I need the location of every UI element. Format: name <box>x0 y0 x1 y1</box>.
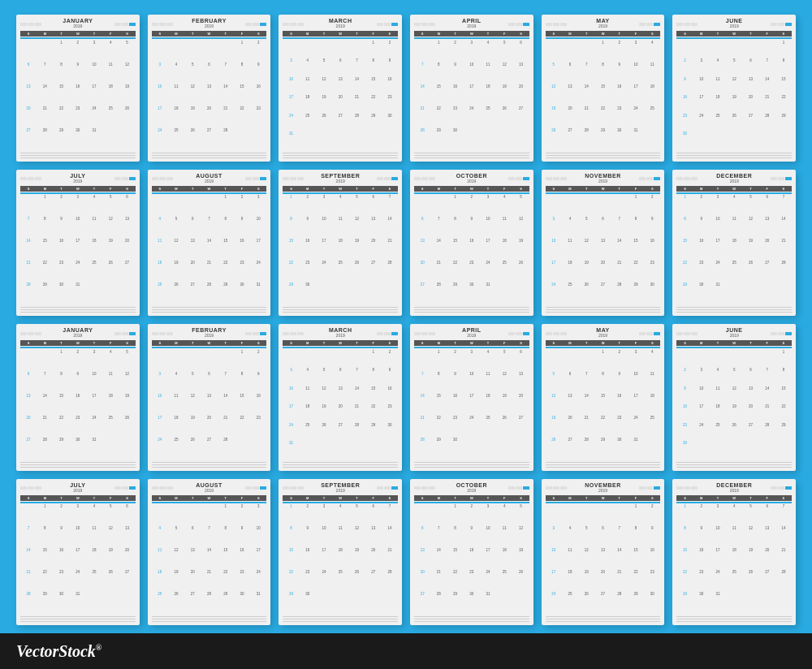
day-cell: 1 <box>775 349 792 368</box>
day-cell: 24 <box>70 261 86 283</box>
day-cell: 25 <box>562 592 578 614</box>
day-cell: 26 <box>119 106 135 127</box>
day-label: F <box>759 496 775 500</box>
mini-box <box>523 486 529 490</box>
day-cell-empty: . <box>201 40 217 62</box>
day-label: T <box>218 32 234 36</box>
day-label: M <box>300 187 316 191</box>
day-cell: 26 <box>102 570 119 592</box>
day-cell: 22 <box>37 570 53 592</box>
mini-box <box>245 332 252 335</box>
days-header: SMTWTFS <box>546 340 661 346</box>
blue-accent-line <box>283 37 398 39</box>
mini-box <box>508 332 515 335</box>
mini-boxes-right <box>639 23 660 26</box>
day-cell: 7 <box>37 371 53 393</box>
day-cell: 23 <box>382 404 398 423</box>
day-cell: 10 <box>480 217 496 239</box>
cal-top-row: JANUARY2019 <box>20 18 136 30</box>
day-cell: 24 <box>86 106 102 127</box>
day-cell: 3 <box>283 58 299 77</box>
day-cell: 25 <box>480 415 496 437</box>
day-cell-empty: . <box>759 441 775 460</box>
cal-month-name: FEBRUARY <box>192 327 227 333</box>
calendar-card-september: SEPTEMBER2019SMTWTFS12345678910111213141… <box>279 170 402 317</box>
day-cell: 23 <box>464 570 480 592</box>
cal-month-name: JUNE <box>726 327 743 333</box>
day-cell: 22 <box>53 415 69 437</box>
day-cell: 26 <box>578 592 594 614</box>
day-cell: 18 <box>152 261 168 283</box>
day-cell: 9 <box>300 217 316 239</box>
day-label: F <box>628 187 644 191</box>
day-label: S <box>20 341 37 345</box>
day-cell: 11 <box>300 386 316 404</box>
day-cell: 10 <box>152 84 168 106</box>
day-cell: 14 <box>775 526 792 548</box>
day-label: T <box>480 341 496 345</box>
day-cell: 16 <box>693 239 710 261</box>
day-cell: 21 <box>382 239 398 261</box>
mini-boxes-left <box>546 177 567 180</box>
day-label: S <box>676 341 693 345</box>
day-cell: 9 <box>611 371 628 393</box>
day-cell: 16 <box>70 84 86 106</box>
cal-lines <box>20 153 136 158</box>
day-label: S <box>250 496 266 500</box>
day-cell: 17 <box>628 393 644 415</box>
day-cell: 21 <box>578 415 594 437</box>
day-cell: 11 <box>480 62 496 84</box>
day-cell: 30 <box>464 592 480 614</box>
mini-box <box>28 332 34 335</box>
day-cell: 21 <box>348 404 365 423</box>
day-cell-empty: . <box>644 127 660 149</box>
day-cell: 20 <box>332 95 348 114</box>
day-cell: 12 <box>119 371 135 393</box>
cal-line <box>414 467 529 468</box>
day-label: F <box>234 32 250 36</box>
day-label: M <box>430 341 447 345</box>
day-cell: 13 <box>562 393 578 415</box>
mini-boxes-right <box>639 486 660 490</box>
day-cell: 29 <box>676 592 693 614</box>
mini-box <box>560 486 567 490</box>
mini-box <box>771 332 777 335</box>
day-cell: 26 <box>578 283 594 304</box>
day-cell: 7 <box>201 217 217 239</box>
mini-box <box>253 177 259 180</box>
day-cell: 8 <box>447 526 463 548</box>
cal-month-name: APRIL <box>462 327 482 333</box>
day-cell: 12 <box>512 526 529 548</box>
day-cell: 7 <box>382 504 398 526</box>
cal-year: 2019 <box>329 333 352 338</box>
day-cell: 20 <box>759 548 775 570</box>
day-cell: 12 <box>496 371 512 393</box>
day-cell: 21 <box>382 548 398 570</box>
day-label: T <box>53 187 69 191</box>
cal-line <box>546 621 661 622</box>
days-header: SMTWTFS <box>414 340 529 346</box>
day-label: S <box>152 496 168 500</box>
day-cell: 23 <box>234 570 250 592</box>
day-cell: 28 <box>218 437 234 459</box>
day-cell: 27 <box>365 261 382 283</box>
day-cell-empty: . <box>464 127 480 149</box>
days-grid: 1234567891011121314151617181920212223242… <box>283 504 398 615</box>
mini-box <box>129 23 136 26</box>
mini-box <box>429 177 435 180</box>
day-cell: 27 <box>414 283 430 304</box>
day-cell: 15 <box>775 76 792 95</box>
cal-line <box>676 619 792 619</box>
day-cell: 18 <box>496 548 512 570</box>
day-cell: 4 <box>726 195 742 217</box>
day-cell: 6 <box>332 368 348 386</box>
day-cell: 22 <box>283 261 299 283</box>
cal-line <box>152 153 267 153</box>
mini-boxes-left <box>414 23 435 26</box>
day-cell: 4 <box>480 349 496 371</box>
blue-accent-line <box>20 37 136 39</box>
day-cell: 25 <box>168 437 184 459</box>
day-cell: 29 <box>53 437 69 459</box>
mini-boxes-left <box>20 23 41 26</box>
day-cell: 23 <box>611 106 628 127</box>
